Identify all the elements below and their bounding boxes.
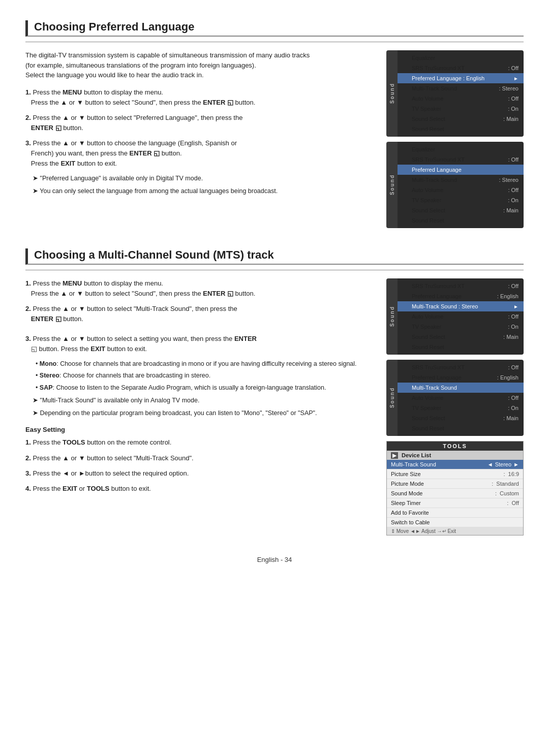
section1-intro: The digital-TV transmission system is ca… (25, 50, 320, 80)
tools-nav-bar: ⇕ Move ◄► Adjust →↵ Exit (387, 527, 523, 535)
section2-title: Choosing a Multi-Channel Sound (MTS) tra… (25, 248, 524, 265)
sound-sidebar-3: Sound (386, 278, 398, 355)
tools-nav-text: ⇕ Move ◄► Adjust →↵ Exit (391, 528, 456, 534)
menu-row-multitrack-1: Multi-Track Sound : Stereo (398, 83, 524, 93)
menu-row-preferred-3: Preferred Language : English (398, 291, 524, 301)
menu-row-preferred-4: Preferred Language : English (398, 372, 524, 383)
section1-step2: 2. Press the ▲ or ▼ button to select "Pr… (25, 113, 371, 133)
section2-instructions: 1. Press the MENU button to display the … (25, 278, 371, 499)
menu-row-autovol-1: Auto Volume : Off (398, 93, 524, 104)
menu-row-autovol-4: Auto Volume : Off (398, 393, 524, 403)
menu-row-equalizer-1: Equalizer (398, 53, 524, 63)
menu-row-tvspeaker-1: TV Speaker : On (398, 104, 524, 114)
menu-row-preferred-lang-1: Preferred Language : English ► (398, 73, 524, 83)
tools-row-picturesize: Picture Size : 16:9 (387, 469, 523, 479)
section2-bullet-stereo: Stereo: Choose for channels that are bro… (36, 371, 371, 381)
tools-row-sleeptimer: Sleep Timer : Off (387, 498, 523, 508)
menu-row-tvspeaker-2: TV Speaker : On (398, 195, 524, 205)
section2-bullet-sap: SAP: Choose to listen to the Separate Au… (36, 383, 371, 393)
menu-row-equalizer-2: Equalizer (398, 144, 524, 154)
section1-screens: Sound Equalizer SRS TruSurround XT : Off… (386, 50, 524, 228)
easy-setting-title: Easy Setting (25, 426, 371, 433)
tools-row-multitrack: Multi-Track Sound ◄ Stereo ► (387, 460, 523, 469)
section1-note2: You can only select the language from am… (33, 186, 371, 196)
tools-row-switchtocable[interactable]: Switch to Cable (387, 518, 523, 527)
menu-row-tvspeaker-3: TV Speaker : On (398, 322, 524, 332)
section1-step1: 1. Press the MENU button to display the … (25, 87, 371, 108)
sound-label-3: Sound (389, 306, 395, 327)
tools-device-list: ▶ Device List (387, 451, 523, 460)
menu-row-srs-2: SRS TruSurround XT : Off (398, 154, 524, 165)
menu-content-1: Equalizer SRS TruSurround XT : Off Prefe… (398, 50, 524, 137)
menu-row-soundselect-3: Sound Select : Main (398, 332, 524, 342)
menu-row-autovol-3: Auto Volume : Off (398, 311, 524, 322)
menu-content-3: SRS TruSurround XT : Off Preferred Langu… (398, 278, 524, 355)
menu-row-multitrack-2: Multi-Track Sound : Stereo (398, 175, 524, 185)
menu-row-soundselect-1: Sound Select : Main (398, 114, 524, 124)
menu-content-4: SRS TruSurround XT : Off Preferred Langu… (398, 360, 524, 436)
tv-screen-3: Sound SRS TruSurround XT : Off Preferred… (386, 278, 524, 355)
tools-row-soundmode: Sound Mode : Custom (387, 489, 523, 498)
menu-row-soundreset-3: Sound Reset (398, 342, 524, 352)
menu-row-multitrack-3: Multi-Track Sound : Stereo ► (398, 301, 524, 311)
section1-instructions: The digital-TV transmission system is ca… (25, 50, 371, 196)
menu-row-soundreset-4: Sound Reset (398, 423, 524, 433)
easy-step1: 1. Press the TOOLS button on the remote … (25, 437, 371, 448)
tools-row-addfavorite[interactable]: Add to Favorite (387, 508, 523, 518)
section2-note2: Depending on the particular program bein… (33, 408, 371, 418)
menu-row-multitrack-4: Multi-Track Sound Mono Stereo SAP (398, 383, 524, 393)
menu-row-tvspeaker-4: TV Speaker : On (398, 403, 524, 413)
menu-row-soundselect-4: Sound Select : Main (398, 413, 524, 423)
page-number-text: English - 34 (257, 556, 292, 563)
tools-header: TOOLS (387, 442, 523, 451)
tools-right-arrow[interactable]: ► (513, 461, 519, 467)
sound-sidebar-1: Sound (386, 50, 398, 137)
section2-step2: 2. Press the ▲ or ▼ button to select "Mu… (25, 304, 371, 324)
sound-sidebar-4: Sound (386, 360, 398, 436)
sound-label-2: Sound (389, 174, 395, 195)
easy-step2: 2. Press the ▲ or ▼ button to select "Mu… (25, 453, 371, 463)
menu-row-preferred-lang-2: Preferred Language English Spanish Frenc… (398, 165, 524, 175)
device-list-icon: ▶ (391, 452, 398, 459)
sound-label-1: Sound (389, 83, 395, 104)
menu-row-srs-1: SRS TruSurround XT : Off (398, 63, 524, 73)
section1-note1: "Preferred Language" is available only i… (33, 174, 371, 183)
tools-left-arrow[interactable]: ◄ (487, 461, 493, 467)
menu-row-srs-4: SRS TruSurround XT : Off (398, 362, 524, 372)
page-number: English - 34 (25, 556, 524, 563)
section2-step3: 3. Press the ▲ or ▼ button to select a s… (25, 334, 371, 354)
tools-panel: TOOLS ▶ Device List Multi-Track Sound ◄ … (386, 441, 524, 536)
tv-screen-1: Sound Equalizer SRS TruSurround XT : Off… (386, 50, 524, 137)
sound-sidebar-2: Sound (386, 142, 398, 228)
menu-row-autovol-2: Auto Volume : Off (398, 185, 524, 195)
section2-screens: Sound SRS TruSurround XT : Off Preferred… (386, 278, 524, 536)
easy-step4: 4. Press the EXIT or TOOLS button to exi… (25, 484, 371, 494)
section1-title: Choosing Preferred Language (25, 20, 524, 37)
tv-screen-2: Sound Equalizer SRS TruSurround XT : Off… (386, 142, 524, 228)
menu-content-2: Equalizer SRS TruSurround XT : Off Prefe… (398, 142, 524, 228)
tools-row-picturemode: Picture Mode : Standard (387, 479, 523, 489)
section2-bullet-mono: Mono: Choose for channels that are broad… (36, 359, 371, 369)
menu-row-soundselect-2: Sound Select : Main (398, 205, 524, 215)
easy-step3: 3. Press the ◄ or ►button to select the … (25, 468, 371, 479)
menu-row-srs-3: SRS TruSurround XT : Off (398, 281, 524, 291)
section-preferred-language: Choosing Preferred Language The digital-… (25, 20, 524, 228)
section1-step3: 3. Press the ▲ or ▼ button to choose the… (25, 138, 371, 169)
tv-screen-4: Sound SRS TruSurround XT : Off Preferred… (386, 360, 524, 436)
section-mts-track: Choosing a Multi-Channel Sound (MTS) tra… (25, 248, 524, 536)
section2-note1: "Multi-Track Sound" is available only in… (33, 396, 371, 405)
menu-row-soundreset-2: Sound Reset (398, 215, 524, 226)
section2-step1: 1. Press the MENU button to display the … (25, 278, 371, 299)
menu-row-soundreset-1: Sound Reset (398, 124, 524, 134)
sound-label-4: Sound (389, 387, 395, 408)
device-list-label: Device List (402, 452, 431, 458)
